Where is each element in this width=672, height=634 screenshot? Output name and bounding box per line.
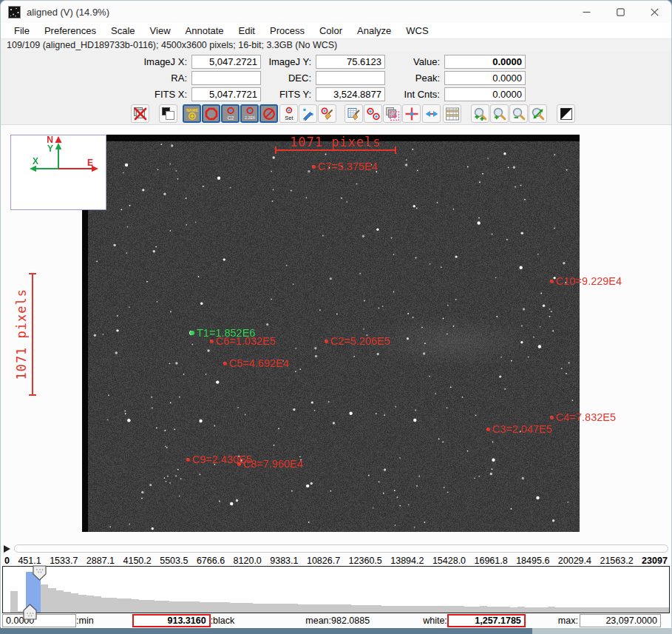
aperture-marker <box>312 165 316 169</box>
menu-item-analyze[interactable]: Analyze <box>350 23 398 38</box>
histogram-bar <box>139 600 146 613</box>
black-point-slider[interactable] <box>23 604 37 620</box>
set-aperture-icon: Set <box>282 107 296 121</box>
histogram-bar <box>646 607 654 613</box>
menu-item-color[interactable]: Color <box>312 23 350 38</box>
white-point-slider[interactable] <box>33 565 47 581</box>
histogram-bar <box>78 595 86 613</box>
histogram-bar <box>623 607 631 613</box>
aperture-marker <box>186 458 190 462</box>
white-value-input[interactable] <box>447 614 526 627</box>
menu-item-preferences[interactable]: Preferences <box>37 23 103 38</box>
clear-table-button[interactable] <box>345 104 363 123</box>
move-apertures-button[interactable] <box>422 104 441 123</box>
star-annotation-C4[interactable]: C4=7.832E5 <box>550 411 616 423</box>
star-annotation-C3[interactable]: C3=2.047E5 <box>486 423 552 435</box>
two-apertures-button[interactable] <box>364 104 382 123</box>
stack-play-icon[interactable] <box>4 545 10 553</box>
star-annotation-C7[interactable]: C7=5.375E4 <box>312 161 378 172</box>
annotation-label: C6=1.032E5 <box>216 335 276 347</box>
levels-row: :min :black mean:982.0885 white: max: <box>1 613 671 628</box>
aperture-marker <box>486 428 490 431</box>
star-annotation-C10[interactable]: C10=9.229E4 <box>550 275 622 287</box>
centroid-button[interactable] <box>402 104 421 123</box>
multi-aperture-button[interactable] <box>383 104 401 123</box>
histogram-bar <box>563 607 570 613</box>
histogram-bar <box>540 607 548 613</box>
menu-item-edit[interactable]: Edit <box>231 23 262 38</box>
histogram-bar <box>517 607 525 613</box>
field-value-box: 0.0000 <box>444 55 526 69</box>
zoom-fit-button[interactable] <box>529 104 547 123</box>
histogram-tick: 8120.0 <box>234 556 262 566</box>
histogram-bar <box>101 598 109 613</box>
histogram-bar <box>396 606 404 613</box>
field-value-box: 0.0000 <box>444 71 526 85</box>
close-button[interactable] <box>637 1 671 23</box>
menu-item-file[interactable]: File <box>7 23 37 38</box>
field-value-box: 5,047.2721 <box>191 55 261 69</box>
contrast-button[interactable] <box>159 104 177 123</box>
menu-item-view[interactable]: View <box>143 23 178 38</box>
histogram-bar <box>555 607 563 613</box>
set-aperture-button[interactable]: Set <box>279 104 298 123</box>
star-annotation-C2[interactable]: C2=5.206E5 <box>325 335 390 347</box>
histogram-bar <box>207 602 214 613</box>
star-annotation-C5[interactable]: C5=4.692E4 <box>223 357 289 369</box>
maximize-button[interactable] <box>603 1 637 23</box>
histogram-bar <box>215 602 223 613</box>
histogram-bar <box>185 601 192 613</box>
min-label: :min <box>76 616 94 626</box>
histogram-plot[interactable] <box>2 566 670 613</box>
histogram-bar <box>94 596 101 613</box>
star-annotation-C8[interactable]: C8=7.960E4 <box>237 458 303 470</box>
zoom-out-button[interactable] <box>509 104 528 123</box>
histogram-bar <box>472 607 480 613</box>
aperture-button[interactable] <box>202 104 220 123</box>
field-value-box <box>191 71 261 85</box>
compass-x-label: X <box>33 156 38 166</box>
menu-item-annotate[interactable]: Annotate <box>178 23 231 38</box>
clear-apertures-button[interactable] <box>318 104 336 123</box>
star-annotation-C6[interactable]: C6=1.032E5 <box>210 335 276 347</box>
zoom-out-icon <box>512 107 526 121</box>
minimize-button[interactable] <box>569 1 603 23</box>
svg-text:NAME: NAME <box>186 108 198 112</box>
zoom-in-fast-button[interactable] <box>471 104 489 123</box>
star-image[interactable] <box>82 135 580 532</box>
histogram-bar <box>155 601 162 613</box>
aperture-c2-icon: C2 <box>223 107 238 121</box>
black-value-input[interactable] <box>132 614 211 627</box>
menu-item-scale[interactable]: Scale <box>103 23 143 38</box>
histogram-bar <box>525 607 532 613</box>
min-value-input[interactable] <box>2 614 76 627</box>
aperture-id-button[interactable]: C2 <box>221 104 240 123</box>
menu-item-wcs[interactable]: WCS <box>398 23 435 38</box>
histogram-bar <box>169 601 177 613</box>
histogram-bar <box>502 607 509 613</box>
mean-value: mean:982.0885 <box>305 616 370 626</box>
edit-apertures-button[interactable] <box>299 104 317 123</box>
stack-slider[interactable] <box>14 544 668 553</box>
histogram-bar <box>56 590 64 613</box>
annotation-label: C7=5.375E4 <box>318 161 378 172</box>
histogram-bar <box>480 606 487 613</box>
menu-item-process[interactable]: Process <box>262 23 312 38</box>
aperture-skip-button[interactable] <box>259 104 278 123</box>
annotate-name-button[interactable]: NAME <box>183 104 201 123</box>
histogram-tick: 10826.7 <box>307 556 340 566</box>
table-icon <box>445 107 460 121</box>
top-scale-ruler: 1071 pixels <box>275 135 396 151</box>
two-apertures-icon <box>366 107 381 121</box>
histogram-bar <box>48 588 55 613</box>
close-stack-button[interactable] <box>131 104 149 123</box>
measurements-table-button[interactable] <box>443 104 461 123</box>
histogram-bar <box>124 598 132 613</box>
aperture-marker <box>223 362 227 365</box>
invert-lut-button[interactable] <box>557 104 575 123</box>
zoom-in-button[interactable] <box>490 104 509 123</box>
top-scale-line <box>275 149 396 151</box>
aperture-counts-button[interactable]: 2.2E6 <box>240 104 259 123</box>
max-value-input[interactable] <box>580 614 661 627</box>
histogram-bar <box>268 604 275 613</box>
